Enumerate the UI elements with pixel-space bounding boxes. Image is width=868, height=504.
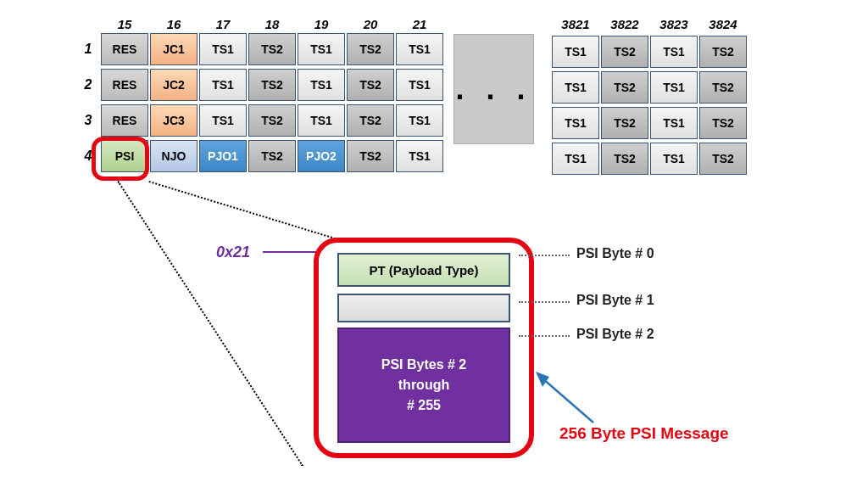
- column-header: 3824: [698, 17, 748, 31]
- grid-cell: TS2: [248, 140, 296, 172]
- grid-cell: JC3: [150, 104, 198, 137]
- grid-cell: TS1: [199, 104, 247, 137]
- grid-cell: TS1: [650, 36, 698, 68]
- grid-cell: PJO2: [298, 140, 345, 172]
- psi-expansion-box: PT (Payload Type) PSI Bytes # 2 through …: [314, 238, 534, 458]
- grid-cell: TS1: [298, 33, 345, 65]
- grid-cell: TS2: [699, 143, 747, 175]
- column-header: 15: [100, 17, 149, 31]
- column-header: 19: [297, 17, 346, 31]
- leader-byte-2: [519, 335, 570, 337]
- grid-cell: PSI: [101, 140, 148, 172]
- hex-value-label: 0x21: [216, 244, 250, 261]
- grid-cell: TS1: [396, 69, 443, 101]
- column-header: 3821: [551, 17, 600, 31]
- svg-line-0: [542, 378, 593, 423]
- column-header: 3823: [649, 17, 698, 31]
- grid-cell: TS2: [601, 107, 648, 139]
- grid-cell: RES: [101, 104, 148, 137]
- row-header: 1: [76, 42, 100, 57]
- grid-cell: TS2: [347, 69, 394, 101]
- grid-cell: TS2: [601, 36, 648, 68]
- grid-cell: TS1: [199, 69, 247, 101]
- grid-cell: TS1: [650, 143, 698, 175]
- psi-byte-2-label: PSI Byte # 2: [576, 327, 654, 342]
- grid-cell: TS2: [248, 69, 296, 101]
- grid-cell: TS1: [396, 33, 443, 65]
- grid-cell: TS1: [396, 104, 443, 137]
- column-header: 16: [149, 17, 198, 31]
- psi-byte-1-box: [337, 294, 510, 322]
- grid-cell: TS2: [248, 104, 296, 137]
- column-header: 21: [395, 17, 444, 31]
- grid-cell: RES: [101, 69, 148, 101]
- row-header: 2: [76, 77, 100, 92]
- grid-cell: TS1: [552, 143, 599, 175]
- grid-cell: TS1: [552, 36, 599, 68]
- rest-line-2: through: [398, 375, 449, 395]
- grid-cell: TS2: [601, 143, 648, 175]
- psi-message-label: 256 Byte PSI Message: [559, 424, 729, 443]
- grid-cell: TS2: [248, 33, 296, 65]
- leader-byte-1: [519, 301, 570, 303]
- grid-cell: TS2: [347, 140, 394, 172]
- grid-cell: TS2: [347, 104, 394, 137]
- grid-cell: TS2: [347, 33, 394, 65]
- grid-cell: TS1: [298, 69, 345, 101]
- grid-cell: TS1: [650, 71, 698, 104]
- grid-cell: TS2: [699, 36, 747, 68]
- grid-cell: TS2: [601, 71, 648, 104]
- grid-cell: TS1: [552, 71, 599, 104]
- psi-byte-0-label: PSI Byte # 0: [576, 246, 654, 261]
- psi-byte-1-label: PSI Byte # 1: [576, 293, 654, 308]
- grid-cell: TS1: [298, 104, 345, 137]
- column-headers-right: 3821382238233824: [551, 17, 748, 31]
- grid-cell: TS2: [699, 71, 747, 104]
- grid-cell: TS2: [699, 107, 747, 139]
- svg-marker-1: [536, 372, 549, 387]
- grid-cell: PJO1: [199, 140, 247, 172]
- payload-type-box: PT (Payload Type): [337, 253, 510, 287]
- psi-message-arrow: [536, 372, 602, 429]
- rows-left: 1RESJC1TS1TS2TS1TS2TS12RESJC2TS1TS2TS1TS…: [76, 31, 444, 174]
- ellipsis-gap: . . .: [453, 34, 534, 144]
- row-header: 3: [76, 113, 100, 128]
- column-header: 20: [346, 17, 395, 31]
- grid-cell: TS1: [552, 107, 599, 139]
- grid-cell: TS1: [199, 33, 247, 65]
- psi-bytes-rest-box: PSI Bytes # 2 through # 255: [337, 328, 510, 443]
- grid-cell: JC2: [150, 69, 198, 101]
- grid-cell: TS1: [396, 140, 443, 172]
- rest-line-1: PSI Bytes # 2: [381, 355, 467, 375]
- leader-byte-0: [519, 255, 570, 256]
- column-header: 18: [248, 17, 297, 31]
- column-header: 3822: [600, 17, 649, 31]
- grid-cell: JC1: [150, 33, 198, 65]
- projection-line-bottom: [117, 181, 303, 467]
- frame-grid-left: 15161718192021 1RESJC1TS1TS2TS1TS2TS12RE…: [76, 17, 444, 174]
- grid-cell: NJO: [150, 140, 198, 172]
- rest-line-3: # 255: [407, 395, 441, 416]
- column-headers-left: 15161718192021: [100, 17, 444, 31]
- grid-cell: TS1: [650, 107, 698, 139]
- rows-right: TS1TS2TS1TS2TS1TS2TS1TS2TS1TS2TS1TS2TS1T…: [551, 34, 748, 176]
- grid-cell: RES: [101, 33, 148, 65]
- row-header: 4: [76, 148, 100, 164]
- column-header: 17: [198, 17, 248, 31]
